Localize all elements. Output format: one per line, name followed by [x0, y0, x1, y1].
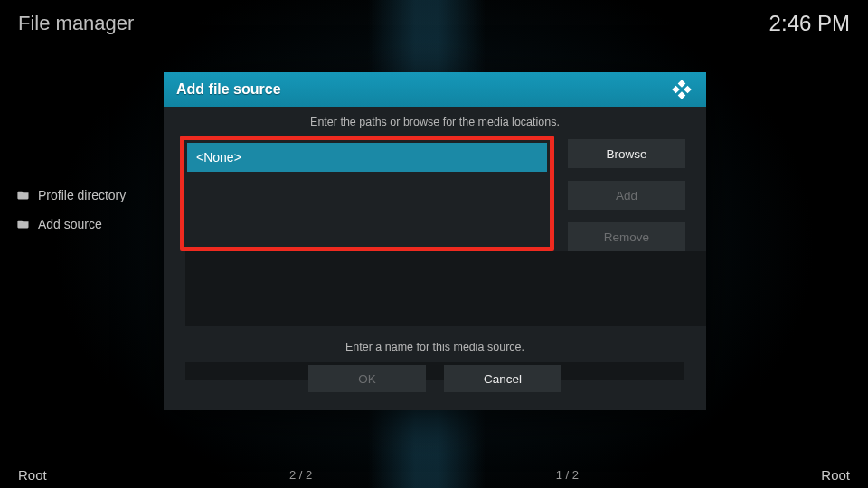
ok-button[interactable]: OK: [308, 365, 426, 392]
cancel-button[interactable]: Cancel: [444, 365, 561, 392]
folder-icon: [17, 217, 38, 231]
sidebar-item-add-source[interactable]: Add source: [14, 210, 167, 239]
remove-path-button[interactable]: Remove: [568, 222, 685, 251]
add-path-button[interactable]: Add: [568, 181, 685, 210]
system-clock: 2:46 PM: [769, 11, 850, 36]
left-file-panel: Profile directory Add source: [14, 181, 167, 239]
browse-button[interactable]: Browse: [568, 139, 685, 168]
sidebar-item-profile-directory[interactable]: Profile directory: [14, 181, 167, 210]
right-panel-pager: 1 / 2: [556, 468, 579, 482]
path-list[interactable]: [185, 251, 706, 326]
sidebar-item-label: Profile directory: [38, 188, 126, 202]
footer-right-path: Root: [821, 467, 850, 483]
dialog-titlebar: Add file source: [164, 72, 706, 107]
kodi-logo-icon: [670, 78, 693, 101]
name-instruction: Enter a name for this media source.: [164, 341, 706, 353]
page-title: File manager: [18, 12, 134, 35]
left-panel-pager: 2 / 2: [289, 468, 312, 482]
footer-pagers: 2 / 2 1 / 2: [47, 468, 822, 482]
dialog-title: Add file source: [176, 81, 281, 98]
header-bar: File manager 2:46 PM: [18, 11, 850, 36]
paths-instruction: Enter the paths or browse for the media …: [164, 116, 706, 128]
add-file-source-dialog: Add file source Enter the paths or brows…: [164, 72, 706, 410]
sidebar-item-label: Add source: [38, 217, 102, 231]
path-input-highlight: <None>: [180, 136, 554, 251]
footer-bar: Root 2 / 2 1 / 2 Root: [18, 467, 850, 483]
footer-left-path: Root: [18, 467, 47, 483]
folder-icon: [17, 188, 38, 202]
path-input[interactable]: <None>: [187, 143, 547, 172]
